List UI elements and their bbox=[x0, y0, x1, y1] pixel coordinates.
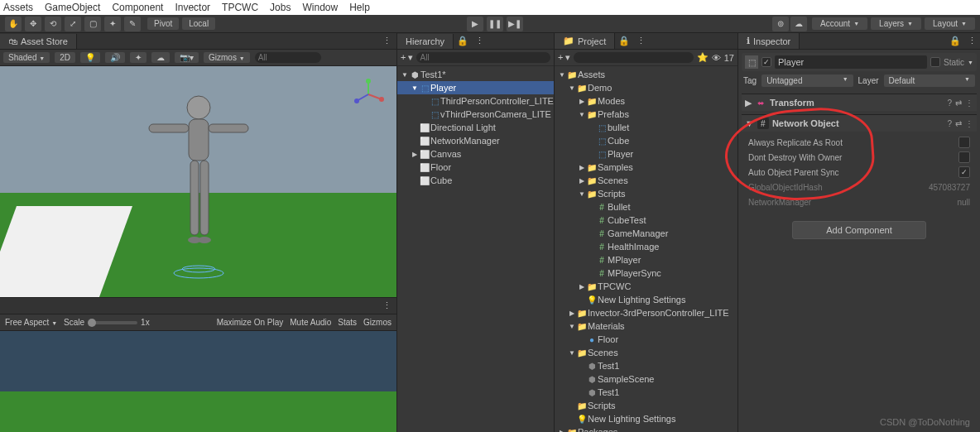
menu-component[interactable]: Component bbox=[112, 2, 163, 13]
custom-tool-icon[interactable]: ✎ bbox=[124, 17, 141, 31]
hierarchy-item[interactable]: ▶⬜Canvas bbox=[397, 147, 554, 161]
inspector-tab[interactable]: ℹInspector bbox=[738, 33, 800, 49]
hierarchy-search-input[interactable] bbox=[416, 52, 550, 63]
project-item[interactable]: ▼📁Demo bbox=[555, 81, 737, 94]
hierarchy-item[interactable]: ⬚ThirdPersonController_LITE bbox=[397, 94, 554, 108]
project-item[interactable]: ▶📁Samples bbox=[555, 161, 737, 174]
menu-gameobject[interactable]: GameObject bbox=[45, 2, 100, 13]
scene-view[interactable] bbox=[0, 66, 396, 297]
project-item[interactable]: ⬚Player bbox=[555, 147, 737, 161]
hierarchy-item[interactable]: ⬜NetworkManager bbox=[397, 134, 554, 147]
menu-tpcwc[interactable]: TPCWC bbox=[222, 2, 258, 13]
layout-dropdown[interactable]: Layout▼ bbox=[925, 17, 975, 30]
hand-tool-icon[interactable]: ✋ bbox=[5, 17, 22, 31]
game-panel-menu-icon[interactable]: ⋮ bbox=[377, 300, 396, 311]
menu-assets[interactable]: Assets bbox=[3, 2, 33, 13]
scene-search-input[interactable] bbox=[255, 52, 321, 63]
always-replicate-checkbox[interactable] bbox=[958, 137, 970, 148]
scene-root[interactable]: ▼⬢Test1* bbox=[397, 68, 554, 81]
tag-dropdown[interactable]: Untagged▼ bbox=[761, 74, 853, 87]
project-item[interactable]: ▼📁Assets bbox=[555, 68, 737, 81]
aspect-dropdown[interactable]: Free Aspect ▼ bbox=[5, 318, 57, 327]
project-item[interactable]: ⬚bullet bbox=[555, 121, 737, 134]
menu-jobs[interactable]: Jobs bbox=[270, 2, 291, 13]
hierarchy-item[interactable]: ⬜Directional Light bbox=[397, 121, 554, 134]
project-item[interactable]: 📁Scripts bbox=[555, 399, 737, 412]
static-checkbox[interactable] bbox=[930, 57, 940, 67]
scene-audio-icon[interactable]: 🔊 bbox=[105, 52, 125, 63]
object-name-field[interactable]: Player bbox=[775, 55, 927, 69]
hierarchy-item[interactable]: ▼⬚Player bbox=[397, 81, 554, 94]
auto-parent-sync-checkbox[interactable]: ✓ bbox=[958, 166, 970, 178]
project-item[interactable]: #CubeTest bbox=[555, 214, 737, 227]
scene-skybox-icon[interactable]: ☁ bbox=[151, 52, 170, 63]
hierarchy-item[interactable]: ⬜Floor bbox=[397, 161, 554, 174]
transform-tool-icon[interactable]: ✦ bbox=[104, 17, 121, 31]
project-search-input[interactable] bbox=[574, 52, 693, 63]
project-item[interactable]: ▼📁Scenes bbox=[555, 346, 737, 359]
shaded-dropdown[interactable]: Shaded ▼ bbox=[3, 52, 50, 63]
project-item[interactable]: ▶📁Scenes bbox=[555, 174, 737, 187]
project-item[interactable]: ▼📁Materials bbox=[555, 319, 737, 333]
panel-lock-icon[interactable]: 🔒 bbox=[615, 36, 633, 46]
project-item[interactable]: ⬢SampleScene bbox=[555, 372, 737, 386]
project-item[interactable]: #HealthImage bbox=[555, 240, 737, 253]
pivot-toggle[interactable]: Pivot bbox=[147, 17, 179, 30]
add-component-button[interactable]: Add Component bbox=[792, 221, 926, 239]
project-item[interactable]: #GameManager bbox=[555, 227, 737, 240]
active-checkbox[interactable]: ✓ bbox=[761, 57, 771, 67]
eye-icon[interactable]: 👁 bbox=[712, 53, 721, 63]
game-view[interactable] bbox=[0, 331, 396, 432]
game-gizmos-toggle[interactable]: Gizmos bbox=[363, 318, 392, 327]
project-item[interactable]: ▶📁Modes bbox=[555, 94, 737, 108]
2d-toggle[interactable]: 2D bbox=[55, 52, 75, 63]
scene-light-icon[interactable]: 💡 bbox=[80, 52, 100, 63]
help-icon[interactable]: ? bbox=[947, 98, 952, 108]
scene-fx-icon[interactable]: ✦ bbox=[130, 52, 147, 63]
play-button[interactable]: ▶ bbox=[467, 17, 483, 31]
inspector-menu-icon[interactable]: ⋮ bbox=[964, 36, 980, 46]
component-menu-icon[interactable]: ⋮ bbox=[965, 98, 973, 108]
scale-slider[interactable] bbox=[88, 321, 137, 324]
project-item[interactable]: ●Floor bbox=[555, 333, 737, 346]
project-item[interactable]: ▶📁Invector-3rdPersonController_LITE bbox=[555, 306, 737, 319]
network-object-component-header[interactable]: ▼ # Network Object ?⇄⋮ bbox=[742, 114, 977, 132]
mute-toggle[interactable]: Mute Audio bbox=[290, 318, 331, 327]
help-icon[interactable]: ? bbox=[947, 119, 952, 128]
maximize-toggle[interactable]: Maximize On Play bbox=[217, 318, 284, 327]
project-item[interactable]: ▼📁Scripts bbox=[555, 187, 737, 200]
hierarchy-menu-icon[interactable]: ⋮ bbox=[472, 36, 488, 46]
account-dropdown[interactable]: Account▼ bbox=[812, 17, 867, 30]
component-menu-icon[interactable]: ⋮ bbox=[965, 119, 973, 128]
rect-tool-icon[interactable]: ▢ bbox=[84, 17, 101, 31]
orientation-gizmo[interactable] bbox=[352, 78, 385, 111]
fav-icon[interactable]: ⭐ bbox=[697, 52, 709, 63]
panel-lock-icon[interactable]: 🔒 bbox=[454, 36, 472, 46]
layer-dropdown[interactable]: Default▼ bbox=[884, 74, 975, 87]
step-button[interactable]: ▶❚ bbox=[507, 17, 523, 31]
layers-dropdown[interactable]: Layers▼ bbox=[871, 17, 921, 30]
dont-destroy-checkbox[interactable] bbox=[958, 151, 970, 163]
create-plus-icon[interactable]: + ▾ bbox=[401, 52, 413, 63]
scale-tool-icon[interactable]: ⤢ bbox=[65, 17, 81, 31]
hierarchy-item[interactable]: ⬚vThirdPersonCamera_LITE bbox=[397, 108, 554, 121]
scene-panel-menu-icon[interactable]: ⋮ bbox=[377, 36, 396, 46]
local-toggle[interactable]: Local bbox=[182, 17, 215, 30]
prefab-cube-icon[interactable]: ⬚ bbox=[745, 55, 758, 69]
stats-toggle[interactable]: Stats bbox=[338, 318, 357, 327]
pause-button[interactable]: ❚❚ bbox=[487, 17, 503, 31]
project-item[interactable]: ⬢Test1 bbox=[555, 359, 737, 372]
menu-invector[interactable]: Invector bbox=[175, 2, 210, 13]
project-item[interactable]: ▼📁Prefabs bbox=[555, 108, 737, 121]
scene-camera-icon[interactable]: 📷▾ bbox=[175, 52, 199, 63]
project-menu-icon[interactable]: ⋮ bbox=[633, 36, 649, 46]
hierarchy-tab[interactable]: Hierarchy bbox=[397, 34, 454, 49]
project-item[interactable]: ▶📁TPCWC bbox=[555, 280, 737, 293]
panel-lock-icon[interactable]: 🔒 bbox=[946, 36, 964, 46]
project-item[interactable]: #MPlayer bbox=[555, 253, 737, 266]
move-tool-icon[interactable]: ✥ bbox=[25, 17, 41, 31]
menu-window[interactable]: Window bbox=[302, 2, 338, 13]
transform-component-header[interactable]: ▶ ⬌ Transform ?⇄⋮ bbox=[742, 94, 977, 111]
project-item[interactable]: ⬚Cube bbox=[555, 134, 737, 147]
collab-icon[interactable]: ⊚ bbox=[772, 17, 789, 31]
